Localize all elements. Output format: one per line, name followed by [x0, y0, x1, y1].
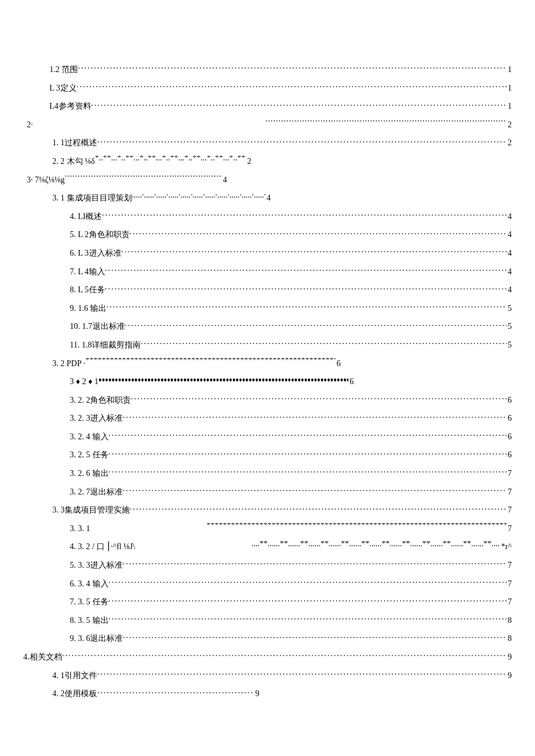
toc-entry: 8. 3. 5 输出 8	[23, 615, 512, 626]
toc-page: 7	[507, 596, 512, 608]
toc-entry: 3. 3集成项目管理实施 7	[23, 504, 512, 516]
toc-entry: 3. 2. 6 输出 7	[23, 468, 512, 479]
toc-label: 4. LI概述	[70, 211, 102, 223]
toc-entry: 3. 2. 3进入标准 6	[23, 413, 512, 424]
toc-label: 3 ♦ 2 ♦ 1	[70, 376, 98, 388]
toc-label: 4. 3. 2 / 口 ⎮·^fl ⅛J\	[70, 541, 135, 553]
toc-leader	[97, 670, 507, 678]
toc-leader	[206, 523, 507, 531]
toc-page: 9	[507, 651, 512, 663]
toc-entry: 10. 1.7退出标准 5	[23, 321, 512, 332]
toc-entry: 7. L 4输入 4	[23, 266, 512, 278]
toc-leader	[251, 541, 500, 549]
toc-entry: 3. 2. 2角色和职责 6	[23, 395, 512, 406]
toc-leader	[98, 376, 348, 384]
toc-page: 1.2 范围 1 L 3定义 1 L4参考资料 1 2· 2 1. 1过程概述 …	[0, 0, 535, 741]
toc-label: 1. 1过程概述	[52, 137, 97, 149]
toc-entry: 4.相关文档 9	[23, 651, 512, 663]
toc-entry: 9. 3. 6退出标准 8	[23, 633, 512, 644]
toc-leader	[97, 137, 507, 145]
toc-entry: L 3定义 1	[23, 83, 512, 94]
toc-label: 7. 3. 5 任务	[70, 596, 109, 608]
toc-label: 3. 2. 5 任务	[70, 449, 109, 461]
toc-entry: 5. L 2角色和职责 4	[23, 229, 512, 241]
toc-label: 5. L 2角色和职责	[70, 229, 130, 241]
toc-page: 1	[507, 64, 512, 76]
toc-page: 7	[507, 504, 512, 516]
toc-leader	[65, 174, 222, 182]
toc-entry: 3· 7⅛ζ⅛⅛g 4	[23, 174, 512, 186]
toc-leader	[77, 83, 507, 91]
toc-leader	[130, 504, 507, 513]
toc-page: 6	[507, 431, 512, 443]
toc-page: 8	[507, 615, 512, 626]
toc-page: 2	[507, 137, 512, 149]
toc-entry: 3. 3. 1 7	[23, 523, 512, 535]
toc-label: 1.2 范围	[49, 64, 78, 76]
toc-entry: 4. LI概述 4	[23, 211, 512, 223]
toc-label: 3. 2. 4 输入	[70, 431, 109, 443]
toc-page: 6	[507, 395, 512, 406]
toc-label: 6. L 3进入标准	[70, 248, 122, 259]
toc-label: 4. 2使用模板	[52, 688, 97, 700]
toc-page: 5	[507, 339, 512, 351]
toc-leader	[123, 486, 507, 495]
toc-label: 10. 1.7退出标准	[70, 321, 125, 332]
toc-page: 7	[507, 523, 512, 535]
toc-leader	[132, 192, 266, 200]
toc-entry: 3. 2 PDP · 6	[23, 358, 512, 370]
toc-leader	[95, 156, 246, 164]
toc-page: 1	[507, 83, 512, 94]
toc-page: 6	[348, 376, 354, 388]
toc-label: 2·	[27, 119, 33, 131]
toc-label: 8. 3. 5 输出	[70, 615, 109, 626]
toc-page: 7	[507, 560, 512, 571]
toc-label: 3· 7⅛ζ⅛⅛g	[27, 174, 65, 186]
toc-entry: 6. 3. 4 输入 7	[23, 578, 512, 590]
toc-page: 7	[507, 578, 512, 590]
toc-leader	[131, 395, 507, 403]
toc-label: 3. 1 集成项目目理策划	[52, 192, 132, 204]
toc-page: *r^	[500, 541, 512, 553]
toc-label: 9. 1.6 输出	[70, 303, 106, 314]
toc-page: 9	[254, 688, 259, 700]
toc-entry: 3. 2. 7退出标准 7	[23, 486, 512, 498]
toc-leader	[125, 321, 507, 329]
toc-leader	[141, 339, 507, 347]
toc-leader	[109, 615, 507, 623]
toc-leader	[266, 119, 507, 127]
toc-leader	[85, 358, 336, 366]
toc-page: 4	[507, 229, 512, 241]
toc-page: 6	[507, 413, 512, 424]
toc-label: 8. L 5任务	[70, 284, 105, 296]
toc-entry: 4. 3. 2 / 口 ⎮·^fl ⅛J\ *r^	[23, 541, 512, 553]
toc-label: 3. 2 PDP ·	[52, 358, 85, 370]
toc-entry: 1. 1过程概述 2	[23, 137, 512, 149]
toc-leader	[106, 303, 507, 311]
toc-label: L4参考资料	[49, 101, 91, 112]
toc-label: 3. 2. 3进入标准	[70, 413, 123, 424]
toc-entry: 3. 2. 4 输入 6	[23, 431, 512, 443]
toc-page: 5	[507, 303, 512, 314]
toc-page: 8	[507, 633, 512, 644]
toc-entry: 5. 3. 3进入标准 7	[23, 560, 512, 571]
toc-leader	[123, 633, 507, 641]
toc-leader	[91, 101, 507, 109]
toc-label: 11. 1.8详细裁剪指南	[70, 339, 141, 351]
toc-label: 3. 3集成项目管理实施	[52, 504, 130, 516]
toc-entry: L4参考资料 1	[23, 101, 512, 112]
toc-label: 3. 2. 2角色和职责	[70, 395, 131, 406]
toc-leader	[97, 688, 254, 696]
toc-page: 1	[507, 101, 512, 112]
toc-label: 7. L 4输入	[70, 266, 105, 278]
toc-page: 2	[246, 156, 251, 167]
toc-page: 6	[336, 358, 341, 370]
toc-entry: 2. 2 木勾 ⅛δ 2	[23, 156, 512, 167]
toc-entry: 11. 1.8详细裁剪指南 5	[23, 339, 512, 351]
toc-leader	[122, 248, 507, 256]
toc-leader	[102, 211, 507, 219]
toc-leader	[109, 468, 507, 476]
toc-label: 3. 2. 7退出标准	[70, 486, 123, 498]
toc-page: 5	[507, 321, 512, 332]
toc-leader	[109, 578, 507, 586]
